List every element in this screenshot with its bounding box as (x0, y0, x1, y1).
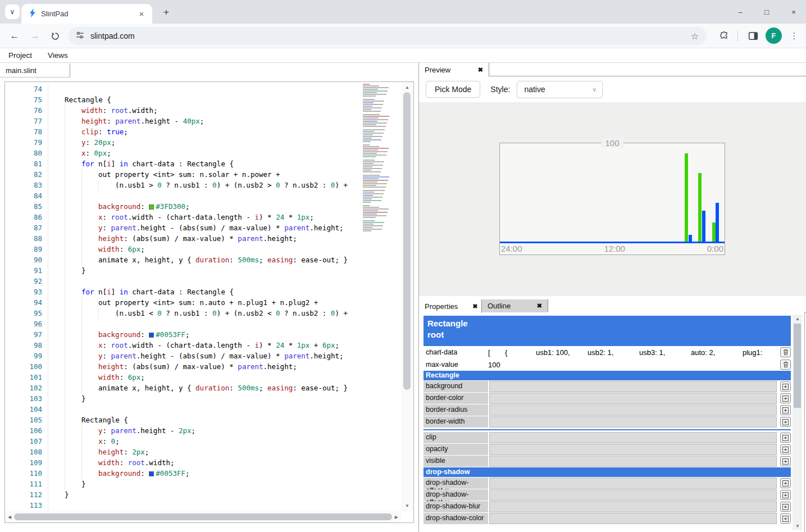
code-line[interactable]: 75Rectangle { (5, 94, 397, 105)
profile-avatar[interactable]: F (766, 28, 782, 44)
property-input[interactable] (489, 416, 777, 428)
add-binding-button[interactable]: + (780, 393, 791, 403)
delete-property-button[interactable] (780, 360, 791, 370)
code-line[interactable]: 85background: #3FD300; (5, 201, 397, 212)
code-line[interactable]: 89width: 6px; (5, 244, 397, 254)
scroll-down-icon[interactable]: ▼ (405, 503, 409, 508)
code-line[interactable]: 108height: 2px; (5, 447, 397, 457)
scroll-right-icon[interactable]: ▶ (395, 515, 398, 520)
property-input[interactable] (489, 456, 777, 467)
bookmark-star-icon[interactable]: ☆ (689, 31, 701, 42)
code-text[interactable]: background: #0053FF; (42, 468, 190, 479)
code-line[interactable]: 101width: 6px; (5, 372, 397, 383)
code-text[interactable]: y: parent.height - (abs(sum) / max-value… (42, 351, 344, 361)
code-line[interactable]: 90animate x, height, y { duration: 500ms… (5, 254, 397, 265)
code-line[interactable]: 78clip: true; (5, 126, 397, 137)
code-text[interactable]: height: parent.height - 40px; (42, 116, 204, 126)
close-icon[interactable]: ✖ (537, 302, 542, 310)
code-text[interactable]: Rectangle { (42, 94, 111, 105)
menu-project[interactable]: Project (0, 51, 40, 60)
code-line[interactable]: 74 (5, 84, 397, 94)
hscroll-thumb[interactable] (14, 513, 392, 520)
code-line[interactable]: 80x: 0px; (5, 148, 397, 158)
back-button[interactable]: ← (7, 29, 22, 43)
reload-button[interactable] (48, 29, 62, 43)
file-tab-main-slint[interactable]: main.slint (0, 63, 70, 78)
property-input[interactable] (489, 489, 777, 501)
code-text[interactable]: clip: true; (42, 126, 128, 137)
scroll-up-icon[interactable]: ▲ (795, 316, 800, 321)
code-text[interactable]: animate x, height, y { duration: 500ms; … (42, 254, 348, 265)
code-line[interactable]: 82out property <int> sum: n.solar + n.po… (5, 169, 397, 180)
code-line[interactable]: 81for n[i] in chart-data : Rectangle { (5, 158, 397, 169)
code-text[interactable]: x: 0; (42, 436, 120, 447)
tab-outline[interactable]: Outline ✖ (482, 299, 548, 312)
code-text[interactable] (42, 404, 81, 415)
editor-horizontal-scrollbar[interactable]: ◀ ▶ (5, 511, 401, 522)
tab-search-button[interactable]: ∨ (5, 4, 20, 19)
code-text[interactable]: x: root.width - (chart-data.length - i) … (42, 212, 314, 222)
code-text[interactable]: for n[i] in chart-data : Rectangle { (42, 158, 234, 169)
preview-canvas[interactable]: 100 24:00 12:00 0:00 (419, 102, 806, 296)
code-text[interactable]: width: root.width; (42, 457, 175, 468)
code-line[interactable]: 107x: 0; (5, 436, 397, 447)
property-input[interactable] (489, 393, 777, 404)
menu-views[interactable]: Views (40, 51, 76, 60)
code-text[interactable]: y: 20px; (42, 137, 115, 148)
code-text[interactable]: for n[i] in chart-data : Rectangle { (42, 287, 234, 297)
code-line[interactable]: 77height: parent.height - 40px; (5, 116, 397, 126)
tab-preview[interactable]: Preview ✖ (419, 63, 489, 76)
code-text[interactable]: } (42, 393, 86, 404)
property-input[interactable] (489, 501, 777, 512)
code-text[interactable]: y: parent.height - (abs(sum) / max-value… (42, 222, 344, 233)
code-text[interactable]: y: parent.height - 2px; (42, 425, 195, 436)
code-line[interactable]: 111} (5, 479, 397, 489)
property-input[interactable] (489, 404, 777, 416)
code-line[interactable]: 106y: parent.height - 2px; (5, 425, 397, 436)
add-binding-button[interactable]: + (780, 478, 791, 488)
code-line[interactable]: 109width: root.width; (5, 457, 397, 468)
code-line[interactable]: 91} (5, 265, 397, 276)
window-minimize-button[interactable]: – (732, 4, 749, 19)
browser-tab[interactable]: SlintPad × (21, 4, 152, 24)
pp-scroll-thumb[interactable] (794, 324, 801, 408)
new-tab-button[interactable]: + (159, 5, 174, 20)
code-line[interactable]: 86x: root.width - (chart-data.length - i… (5, 212, 397, 222)
scroll-down-icon[interactable]: ▼ (795, 524, 800, 529)
property-input[interactable] (489, 513, 777, 524)
code-line[interactable]: 83(n.usb1 > 0 ? n.usb1 : 0) + (n.usb2 > … (5, 180, 397, 190)
tab-close-icon[interactable]: × (136, 9, 147, 19)
code-line[interactable]: 76width: root.width; (5, 105, 397, 116)
property-input[interactable] (489, 381, 777, 392)
code-line[interactable]: 93for n[i] in chart-data : Rectangle { (5, 287, 397, 297)
code-text[interactable]: } (42, 489, 69, 500)
code-lines[interactable]: 7475Rectangle {76width: root.width;77hei… (5, 84, 397, 511)
code-text[interactable] (42, 84, 65, 94)
add-binding-button[interactable]: + (780, 381, 791, 392)
code-text[interactable]: width: 6px; (42, 372, 145, 383)
window-close-button[interactable]: × (785, 4, 802, 19)
code-line[interactable]: 105Rectangle { (5, 415, 397, 425)
add-binding-button[interactable]: + (780, 417, 791, 427)
add-binding-button[interactable]: + (780, 513, 791, 524)
forward-button[interactable]: → (28, 29, 42, 43)
code-line[interactable]: 98x: root.width - (chart-data.length - i… (5, 340, 397, 351)
property-input[interactable] (489, 432, 777, 443)
delete-property-button[interactable] (780, 347, 791, 357)
code-text[interactable]: background: #3FD300; (42, 201, 190, 212)
code-line[interactable]: 102animate x, height, y { duration: 500m… (5, 383, 397, 393)
code-text[interactable] (42, 500, 65, 511)
code-text[interactable]: width: 6px; (42, 244, 145, 254)
code-text[interactable]: (n.usb1 < 0 ? n.usb1 : 0) + (n.usb2 < 0 … (42, 308, 348, 319)
add-binding-button[interactable]: + (780, 456, 791, 466)
code-text[interactable]: height: 2px; (42, 447, 149, 457)
code-line[interactable]: 88height: (abs(sum) / max-value) * paren… (5, 233, 397, 244)
tab-properties[interactable]: Properties ✖ (419, 299, 482, 313)
add-binding-button[interactable]: + (780, 502, 791, 512)
pick-mode-button[interactable]: Pick Mode (426, 81, 480, 98)
code-line[interactable]: 87y: parent.height - (abs(sum) / max-val… (5, 222, 397, 233)
scroll-up-icon[interactable]: ▲ (405, 85, 409, 90)
close-icon[interactable]: ✖ (472, 303, 477, 310)
code-text[interactable]: animate x, height, y { duration: 500ms; … (42, 383, 348, 393)
code-text[interactable]: out property <int> sum: n.solar + n.powe… (42, 169, 280, 180)
